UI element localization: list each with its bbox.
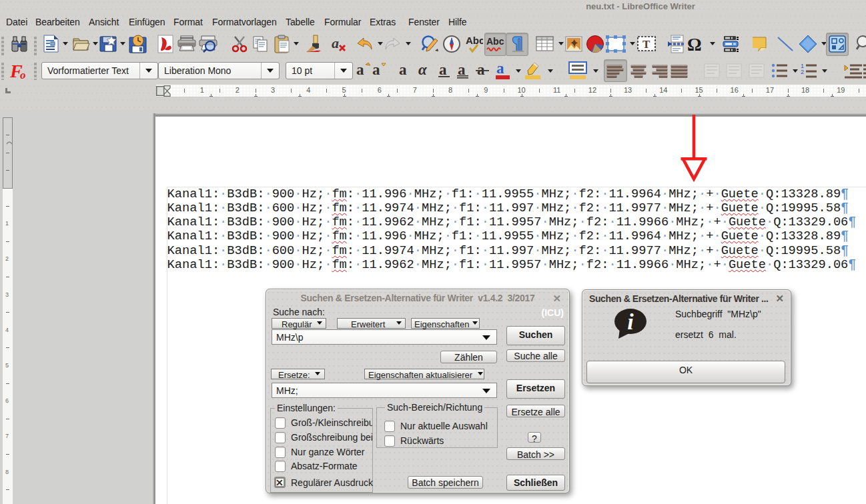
svg-text:Ω: Ω (687, 35, 702, 53)
svg-text:o: o (20, 69, 26, 81)
svg-text:a: a (356, 63, 364, 78)
svg-text:Abc: Abc (486, 36, 504, 47)
svg-text:T: T (642, 38, 651, 51)
svg-text:Abc: Abc (466, 35, 483, 46)
svg-text:α: α (418, 63, 428, 78)
svg-text:a: a (332, 35, 339, 51)
svg-text:i: i (627, 309, 634, 334)
svg-text:a: a (439, 63, 447, 78)
svg-text:a: a (496, 61, 504, 77)
svg-text:a: a (372, 63, 380, 78)
svg-text:2: 2 (801, 69, 804, 75)
svg-text:a: a (399, 63, 407, 78)
